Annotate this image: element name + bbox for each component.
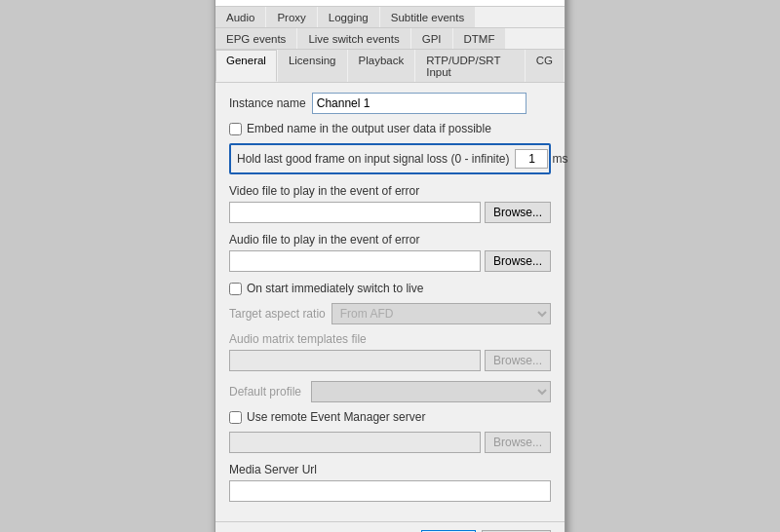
video-browse-button[interactable]: Browse... — [485, 202, 551, 223]
tab-epg-events[interactable]: EPG events — [215, 28, 296, 49]
instance-name-input[interactable] — [312, 93, 526, 114]
default-profile-label: Default profile — [229, 385, 301, 399]
target-aspect-select[interactable]: From AFD — [332, 303, 551, 324]
media-server-input[interactable] — [229, 480, 551, 502]
tab-general[interactable]: General — [215, 50, 277, 82]
default-profile-row: Default profile — [229, 381, 551, 402]
audio-file-input[interactable] — [229, 250, 481, 272]
video-file-label: Video file to play in the event of error — [229, 184, 551, 198]
audio-matrix-label: Audio matrix templates file — [229, 332, 551, 346]
tabs-row2: EPG events Live switch events GPI DTMF — [215, 28, 565, 50]
tabs-row3: General Licensing Playback RTP/UDP/SRT I… — [215, 50, 565, 83]
title-bar: Configure Instance 0 ✕ — [215, 0, 565, 7]
tab-subtitle-events[interactable]: Subtitle events — [380, 7, 475, 27]
on-start-checkbox[interactable] — [229, 283, 242, 295]
audio-file-row: Browse... — [229, 250, 551, 272]
default-profile-select[interactable] — [311, 381, 551, 402]
video-file-input[interactable] — [229, 202, 481, 223]
on-start-row: On start immediately switch to live — [229, 282, 551, 295]
content-area: Instance name Embed name in the output u… — [215, 83, 565, 521]
tab-logging[interactable]: Logging — [318, 7, 379, 27]
tab-rtp-udp-srt-input[interactable]: RTP/UDP/SRT Input — [415, 50, 525, 82]
embed-name-row: Embed name in the output user data if po… — [229, 122, 551, 135]
audio-matrix-browse-button[interactable]: Browse... — [485, 350, 551, 371]
use-remote-row: Use remote Event Manager server — [229, 410, 551, 424]
use-remote-checkbox[interactable] — [229, 411, 242, 424]
tab-live-switch-events[interactable]: Live switch events — [297, 28, 410, 49]
video-file-row: Browse... — [229, 202, 551, 223]
tab-audio[interactable]: Audio — [215, 7, 265, 27]
configure-instance-dialog: Configure Instance 0 ✕ Audio Proxy Loggi… — [214, 0, 566, 532]
on-start-label: On start immediately switch to live — [247, 282, 423, 295]
audio-matrix-row: Browse... — [229, 350, 551, 371]
embed-name-checkbox[interactable] — [229, 123, 242, 135]
instance-name-row: Instance name — [229, 93, 551, 114]
remote-browse-button[interactable]: Browse... — [485, 432, 551, 453]
remote-input[interactable] — [229, 432, 481, 453]
hold-frame-input[interactable] — [515, 149, 548, 169]
instance-name-label: Instance name — [229, 96, 306, 110]
audio-browse-button[interactable]: Browse... — [485, 250, 551, 272]
audio-matrix-input[interactable] — [229, 350, 481, 371]
tabs-row1: Audio Proxy Logging Subtitle events — [215, 7, 565, 28]
tab-gpi[interactable]: GPI — [411, 28, 452, 49]
use-remote-label: Use remote Event Manager server — [247, 410, 425, 424]
hold-frame-row: Hold last good frame on input signal los… — [229, 143, 551, 174]
tab-cg[interactable]: CG — [526, 50, 564, 82]
audio-file-label: Audio file to play in the event of error — [229, 233, 551, 247]
hold-frame-unit: ms — [552, 152, 567, 166]
media-server-label: Media Server Url — [229, 463, 551, 476]
target-aspect-label: Target aspect ratio — [229, 307, 326, 321]
tab-licensing[interactable]: Licensing — [278, 50, 347, 82]
media-server-row — [229, 480, 551, 502]
tab-proxy[interactable]: Proxy — [266, 7, 316, 27]
tab-dtmf[interactable]: DTMF — [453, 28, 506, 49]
remote-file-row: Browse... — [229, 432, 551, 453]
tab-playback[interactable]: Playback — [348, 50, 415, 82]
embed-name-label: Embed name in the output user data if po… — [247, 122, 491, 135]
footer: OK Cancel — [215, 521, 565, 532]
target-aspect-row: Target aspect ratio From AFD — [229, 303, 551, 324]
hold-frame-label: Hold last good frame on input signal los… — [237, 152, 509, 166]
